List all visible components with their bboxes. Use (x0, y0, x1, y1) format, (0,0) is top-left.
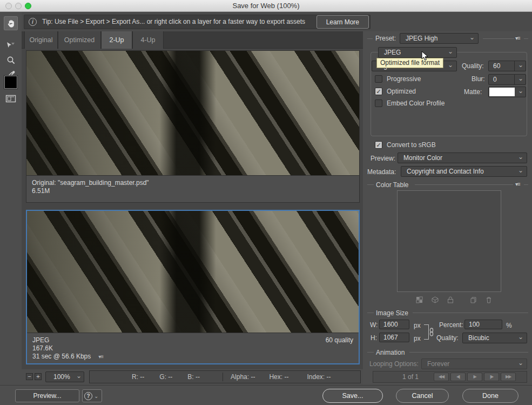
chevron-down-icon: ⌄ (76, 371, 82, 381)
preview-select-label: Preview: (371, 155, 395, 162)
quality-combo[interactable]: 60 ⌄ (488, 61, 526, 71)
preset-dropdown[interactable]: JPEG High⌄ (400, 33, 479, 44)
tab-optimized[interactable]: Optimized (58, 31, 101, 49)
matte-swatch-combo[interactable]: ⌄ (488, 87, 526, 97)
done-button[interactable]: Done (462, 389, 518, 403)
hex-readout: Hex: -- (269, 373, 288, 381)
resample-quality-dropdown[interactable]: Bicubic⌄ (462, 333, 527, 343)
width-field[interactable]: 1600 (379, 320, 409, 329)
slice-select-tool-button[interactable] (4, 38, 18, 52)
preset-panel-menu-icon[interactable]: ▾≡ (515, 35, 520, 41)
zoom-out-button[interactable]: − (26, 373, 33, 380)
learn-more-button[interactable]: Learn More (316, 15, 369, 29)
info-icon: i (29, 18, 37, 26)
hand-icon (6, 19, 16, 28)
preview-select-dropdown[interactable]: Monitor Color⌄ (398, 152, 527, 163)
percent-label: Percent: (439, 321, 463, 329)
bottom-action-bar: Preview... ? ⌄ Save... Cancel Done (0, 385, 532, 405)
frame-counter: 1 of 1 (402, 373, 419, 381)
tab-2-up[interactable]: 2-Up (101, 31, 132, 49)
optimized-speed: 31 sec @ 56.6 Kbps▾≡ (32, 353, 353, 361)
next-frame-button: |▶ (484, 373, 499, 381)
color-table-actions (416, 296, 492, 303)
optimized-info-bar: 60 quality JPEG 167.6K 31 sec @ 56.6 Kbp… (27, 333, 359, 363)
preview-in-browser-button[interactable]: ? ⌄ (82, 389, 102, 402)
g-readout: G: -- (159, 373, 172, 381)
play-button: ▶ (467, 373, 482, 381)
chevron-down-icon: ⌄ (518, 165, 523, 175)
zoom-level-dropdown[interactable]: 100% ⌄ (45, 371, 84, 382)
optimized-preview-image[interactable] (27, 211, 359, 333)
preview-button[interactable]: Preview... (15, 389, 79, 402)
save-button[interactable]: Save... (322, 389, 383, 403)
chevron-down-icon: ⌄ (448, 47, 453, 56)
trash-icon[interactable] (486, 296, 492, 303)
zoom-in-button[interactable]: + (35, 373, 42, 380)
blur-combo[interactable]: 0 ⌄ (488, 74, 526, 85)
magnifier-icon (6, 56, 16, 65)
mouse-cursor-icon (421, 51, 429, 62)
embed-color-profile-label: Embed Color Profile (387, 99, 445, 107)
tab-original[interactable]: Original (24, 31, 58, 49)
percent-field[interactable]: 100 (464, 320, 502, 329)
settings-panel: Preset: JPEG High⌄ ▾≡ JPEG⌄ High⌄ Optimi… (363, 31, 532, 385)
blur-label: Blur: (472, 75, 485, 83)
image-size-title: Image Size (376, 309, 408, 317)
height-field[interactable]: 1067 (379, 333, 409, 342)
preview-area: Original: "seagram_building_master.psd" … (22, 49, 363, 369)
tip-row: i Tip: Use File > Export > Export As... … (0, 12, 532, 31)
blur-value: 0 (493, 75, 497, 84)
zoom-tool-button[interactable] (4, 53, 18, 67)
previous-frame-button: ◀| (450, 373, 466, 381)
progressive-checkbox[interactable]: ✓ (375, 75, 382, 83)
alpha-readout: Alpha: -- (231, 373, 255, 381)
snap-to-web-palette-icon[interactable] (416, 296, 423, 303)
optimized-label: Optimized (387, 88, 416, 95)
color-table-box[interactable] (397, 190, 501, 292)
chevron-down-icon: ⌄ (518, 332, 523, 342)
original-preview-pane[interactable]: Original: "seagram_building_master.psd" … (26, 50, 360, 203)
tab-4-up[interactable]: 4-Up (132, 31, 164, 49)
looping-options-label: Looping Options: (369, 360, 419, 368)
new-color-icon[interactable] (470, 296, 477, 303)
r-readout: R: -- (132, 373, 144, 381)
color-table-menu-icon[interactable]: ▾≡ (515, 181, 520, 187)
convert-srgb-checkbox[interactable]: ✓ (375, 141, 382, 149)
last-frame-button: ▶▶ (501, 373, 516, 381)
progressive-label: Progressive (387, 75, 421, 83)
chevron-down-icon: ⌄ (448, 60, 453, 70)
height-label: H: (371, 334, 377, 342)
tip-strip: i Tip: Use File > Export > Export As... … (24, 15, 371, 29)
cancel-button[interactable]: Cancel (396, 389, 449, 403)
metadata-dropdown[interactable]: Copyright and Contact Info⌄ (401, 166, 527, 177)
embed-color-profile-checkbox[interactable]: ✓ (375, 99, 382, 107)
chevron-down-icon: ⌄ (518, 86, 523, 96)
chevron-down-icon: ⌄ (518, 152, 523, 162)
toggle-slices-visibility-button[interactable] (4, 92, 18, 105)
optimized-checkbox[interactable]: ✓ (375, 88, 382, 95)
animation-title: Animation (376, 349, 405, 356)
file-format-dropdown[interactable]: JPEG⌄ (378, 47, 457, 58)
height-unit: px (414, 335, 421, 342)
download-speed-menu-icon[interactable]: ▾≡ (98, 353, 103, 361)
browser-icon: ? (84, 392, 92, 400)
index-readout: Index: -- (307, 373, 331, 381)
lock-color-icon[interactable] (447, 296, 454, 303)
matte-label: Matte: (464, 88, 482, 96)
optimized-filesize: 167.6K (32, 344, 353, 353)
window-title: Save for Web (100%) (0, 2, 532, 10)
hand-tool-button[interactable] (4, 16, 18, 30)
chevron-down-icon: ⌄ (518, 60, 523, 70)
resample-quality-label: Quality: (436, 334, 459, 342)
eyedropper-color-swatch[interactable] (4, 76, 17, 89)
original-filesize: 6.51M (32, 187, 354, 195)
slices-visibility-icon (5, 94, 16, 103)
original-preview-image[interactable] (26, 51, 359, 175)
width-unit: px (414, 322, 421, 329)
looping-options-dropdown: Forever⌄ (421, 358, 527, 369)
optimized-preview-pane[interactable]: 60 quality JPEG 167.6K 31 sec @ 56.6 Kbp… (26, 210, 360, 364)
animation-playback-bar: 1 of 1 ◀◀ ◀| ▶ |▶ ▶▶ (373, 371, 527, 383)
b-readout: B: -- (187, 373, 200, 381)
web-shift-cube-icon[interactable] (432, 296, 439, 303)
optimized-format: JPEG (32, 336, 353, 344)
